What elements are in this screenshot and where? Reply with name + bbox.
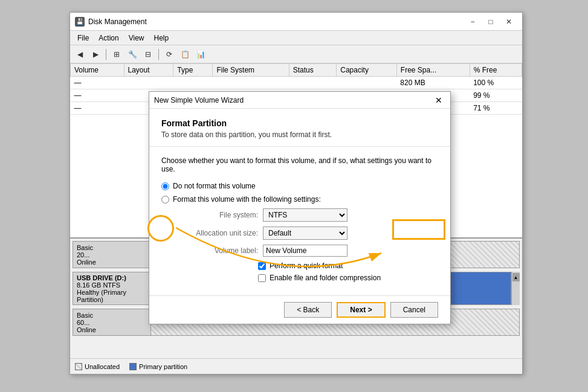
compression-checkbox[interactable] — [258, 274, 266, 282]
next-button[interactable]: Next > — [337, 302, 385, 318]
allocation-label: Allocation unit size: — [173, 229, 258, 237]
wizard-heading: Format Partition — [161, 118, 438, 128]
col-pctfree: % Free — [470, 64, 522, 77]
disk-3-label: Basic 60... Online — [73, 309, 151, 336]
cell-pct: 100 % — [470, 77, 522, 89]
separator-2 — [158, 49, 159, 60]
toolbar-btn-3[interactable]: ⊟ — [141, 48, 155, 61]
legend-unallocated-box — [75, 363, 82, 370]
legend-unallocated-label: Unallocated — [85, 363, 120, 370]
col-fs: File System — [213, 64, 289, 77]
quick-format-checkbox[interactable] — [258, 262, 266, 270]
legend-primary: Primary partition — [129, 363, 187, 370]
menu-help[interactable]: Help — [149, 33, 174, 43]
menu-view[interactable]: View — [124, 33, 149, 43]
window-controls: − □ ✕ — [464, 15, 517, 28]
toolbar-btn-4[interactable]: ⟳ — [162, 48, 176, 61]
volume-label-input[interactable] — [263, 245, 347, 257]
cell-pct: 71 % — [470, 102, 522, 115]
col-type: Type — [173, 64, 213, 77]
toolbar: ◀ ▶ ⊞ 🔧 ⊟ ⟳ 📋 📊 — [70, 45, 522, 63]
wizard-title-bar: New Simple Volume Wizard ✕ — [149, 92, 450, 109]
toolbar-btn-1[interactable]: ⊞ — [109, 48, 124, 61]
radio-format-label[interactable]: Format this volume with the following se… — [173, 195, 321, 204]
wizard-description: To store data on this partition, you mus… — [161, 130, 438, 139]
forward-button[interactable]: ▶ — [88, 48, 103, 61]
scrollbar[interactable]: ▲ — [511, 272, 520, 305]
wizard-body: Choose whether you want to format this v… — [149, 147, 450, 295]
col-freespace: Free Spa... — [396, 64, 470, 77]
compression-label[interactable]: Enable file and folder compression — [270, 274, 381, 282]
cancel-button[interactable]: Cancel — [390, 302, 438, 318]
file-system-label: File system: — [173, 211, 258, 219]
legend: Unallocated Primary partition — [70, 358, 522, 374]
wizard-footer: < Back Next > Cancel — [149, 295, 450, 324]
wizard-dialog: New Simple Volume Wizard ✕ Format Partit… — [149, 91, 451, 324]
toolbar-btn-6[interactable]: 📊 — [193, 48, 208, 61]
menu-file[interactable]: File — [73, 33, 94, 43]
scroll-up[interactable]: ▲ — [512, 273, 520, 281]
allocation-row: Allocation unit size: Default — [173, 227, 438, 240]
col-volume: Volume — [71, 64, 124, 77]
legend-unallocated: Unallocated — [75, 363, 120, 370]
cell-volume: — — [71, 89, 124, 102]
radio-no-format-option: Do not format this volume — [161, 182, 438, 190]
toolbar-btn-2[interactable]: 🔧 — [125, 48, 140, 61]
allocation-select[interactable]: Default — [263, 227, 347, 240]
quick-format-row: Perform a quick format — [258, 262, 438, 270]
radio-no-format[interactable] — [161, 182, 169, 190]
menu-bar: File Action View Help — [70, 31, 522, 45]
col-capacity: Capacity — [337, 64, 397, 77]
maximize-button[interactable]: □ — [482, 15, 499, 28]
back-button[interactable]: < Back — [284, 302, 332, 318]
cell-pct: 99 % — [470, 89, 522, 102]
close-button[interactable]: ✕ — [500, 15, 517, 28]
file-system-row: File system: NTFS — [173, 208, 438, 222]
radio-no-format-label[interactable]: Do not format this volume — [173, 182, 256, 190]
legend-primary-box — [129, 363, 137, 370]
window-title: Disk Management — [88, 18, 464, 26]
volume-label-label: Volume label: — [173, 246, 258, 255]
wizard-close-button[interactable]: ✕ — [432, 94, 445, 106]
menu-action[interactable]: Action — [94, 33, 123, 43]
separator-1 — [106, 49, 106, 60]
table-row[interactable]: — 820 MB 100 % — [71, 77, 522, 89]
wizard-title: New Simple Volume Wizard — [154, 96, 432, 104]
disk-usb-label: USB DRIVE (D:) 8.16 GB NTFS Healthy (Pri… — [73, 272, 151, 305]
file-system-select[interactable]: NTFS — [263, 208, 347, 222]
minimize-button[interactable]: − — [464, 15, 481, 28]
format-settings: File system: NTFS Allocation unit size: … — [173, 208, 438, 282]
cell-volume: — — [71, 77, 124, 89]
app-icon: 💾 — [75, 17, 85, 27]
cell-free: 820 MB — [396, 77, 470, 89]
col-layout: Layout — [124, 64, 173, 77]
disk-management-window: 💾 Disk Management − □ ✕ File Action View… — [69, 12, 523, 374]
quick-format-label[interactable]: Perform a quick format — [270, 262, 343, 270]
radio-format[interactable] — [161, 196, 169, 204]
cell-volume: — — [71, 102, 124, 115]
wizard-prompt: Choose whether you want to format this v… — [161, 156, 438, 173]
compression-row: Enable file and folder compression — [258, 274, 438, 282]
toolbar-btn-5[interactable]: 📋 — [178, 48, 192, 61]
back-button[interactable]: ◀ — [73, 48, 87, 61]
volume-label-row: Volume label: — [173, 245, 438, 257]
wizard-header: Format Partition To store data on this p… — [149, 109, 450, 147]
legend-primary-label: Primary partition — [139, 363, 187, 370]
title-bar: 💾 Disk Management − □ ✕ — [70, 13, 522, 31]
col-status: Status — [289, 64, 336, 77]
radio-format-option: Format this volume with the following se… — [161, 195, 438, 204]
disk-1-label: Basic 20... Online — [73, 241, 151, 268]
